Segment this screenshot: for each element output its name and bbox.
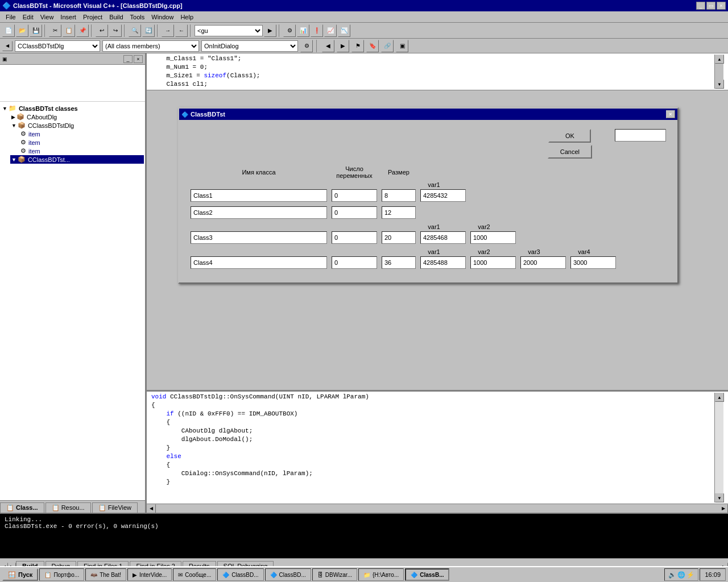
class2-size-input[interactable] xyxy=(382,206,416,219)
undo-btn[interactable]: ↩ xyxy=(96,24,108,37)
class3-name-input[interactable] xyxy=(191,231,327,244)
cancel-button[interactable]: Cancel xyxy=(548,145,592,159)
taskbar-havto[interactable]: 📁 {H:\Авто... xyxy=(358,568,404,581)
redo-btn[interactable]: ↪ xyxy=(109,24,122,37)
close-button[interactable]: × xyxy=(717,2,726,10)
restore-button[interactable]: ▭ xyxy=(706,2,715,10)
members-combo[interactable]: (All class members) xyxy=(102,40,199,52)
open-btn[interactable]: 📂 xyxy=(16,24,28,37)
menu-view[interactable]: View xyxy=(37,13,57,22)
ok-button[interactable]: OK xyxy=(548,129,591,143)
taskbar-dbwizar[interactable]: 🗄 DBWizar... xyxy=(312,568,357,581)
tree-sub-2[interactable]: ⚙ item xyxy=(19,138,144,147)
panel-collapse[interactable]: ▣ xyxy=(2,56,7,62)
paste-btn[interactable]: 📌 xyxy=(76,24,89,37)
menu-insert[interactable]: Insert xyxy=(57,13,80,22)
cut-btn[interactable]: ✂ xyxy=(49,24,61,37)
nav5[interactable]: 🔗 xyxy=(381,40,394,52)
class1-var1-input[interactable] xyxy=(420,189,466,202)
top-vscroll[interactable]: ▲ ▼ xyxy=(714,55,723,89)
tree-sub-3[interactable]: ⚙ item xyxy=(19,147,144,155)
bottom-scroll-up[interactable]: ▲ xyxy=(715,393,724,402)
menu-build[interactable]: Build xyxy=(106,13,126,22)
menu-window[interactable]: Window xyxy=(148,13,177,22)
taskbar-classbd2[interactable]: 🔷 ClassBD... xyxy=(265,568,311,581)
nav3[interactable]: ⚑ xyxy=(351,40,364,52)
minimize-button[interactable]: _ xyxy=(696,2,705,10)
toolbar-combo-gu[interactable]: <gu xyxy=(195,25,263,36)
var4-label-r4: var4 xyxy=(561,248,607,255)
replace-btn[interactable]: 🔄 xyxy=(142,24,155,37)
new-btn[interactable]: 📄 xyxy=(2,24,15,37)
nav2[interactable]: ▶ xyxy=(337,40,349,52)
taskbar-soobsche[interactable]: ✉ Сообще... xyxy=(173,568,216,581)
tree-item-selected[interactable]: ▼ 📦 CClassBDTst... xyxy=(10,155,144,164)
class4-size-input[interactable] xyxy=(382,256,416,269)
class4-var3-input[interactable] xyxy=(520,256,566,269)
save-btn[interactable]: 💾 xyxy=(30,24,42,37)
class1-size-input[interactable] xyxy=(382,189,416,202)
menu-tools[interactable]: Tools xyxy=(127,13,148,22)
menu-help[interactable]: Help xyxy=(177,13,197,22)
taskbar-classbd1[interactable]: 🔷 ClassBD... xyxy=(217,568,263,581)
panel-toggle[interactable]: ◀ xyxy=(2,41,13,51)
nav4[interactable]: 🔖 xyxy=(366,40,379,52)
class2-numvars-input[interactable] xyxy=(332,206,377,219)
tree-sub-1[interactable]: ⚙ item xyxy=(19,130,144,138)
hscroll-right[interactable]: ▶ xyxy=(719,504,728,513)
class-tree[interactable]: ▼ 📁 ClassBDTst classes ▶ 📦 CAboutDlg ▼ 📦… xyxy=(0,102,147,500)
menu-file[interactable]: File xyxy=(2,13,19,22)
tb9[interactable]: ❗ xyxy=(311,24,323,37)
start-button[interactable]: 🪟 Пуск xyxy=(2,568,38,581)
settings-icon[interactable]: ⚙ xyxy=(300,40,313,52)
tree-item-caboutdlg[interactable]: ▶ 📦 CAboutDlg xyxy=(10,113,144,121)
class2-name-input[interactable] xyxy=(191,206,327,219)
class3-size-input[interactable] xyxy=(382,231,416,244)
class4-var2-input[interactable] xyxy=(470,256,516,269)
tab-class[interactable]: 📋 Class... xyxy=(0,502,44,513)
nav6[interactable]: ▣ xyxy=(396,40,408,52)
tb10[interactable]: 📈 xyxy=(324,24,337,37)
bottom-scroll-down[interactable]: ▼ xyxy=(715,493,724,502)
class-combo[interactable]: CClassBDTstDlg xyxy=(15,40,100,52)
go-btn[interactable]: ▶ xyxy=(264,24,276,37)
class3-var1-input[interactable] xyxy=(420,231,466,244)
class4-var1-input[interactable] xyxy=(420,256,466,269)
tab-fileview[interactable]: 📋 FileView xyxy=(92,502,138,513)
tree-item-cclassbdtstdlg[interactable]: ▼ 📦 CClassBDTstDlg xyxy=(10,121,144,130)
class4-var4-input[interactable] xyxy=(570,256,616,269)
nav1[interactable]: ◀ xyxy=(322,40,334,52)
panel-minimize[interactable]: _ xyxy=(123,55,133,63)
taskbar-intervide[interactable]: ▶ InterVide... xyxy=(127,568,172,581)
menu-project[interactable]: Project xyxy=(80,13,106,22)
class3-numvars-input[interactable] xyxy=(332,231,377,244)
find-btn[interactable]: 🔍 xyxy=(129,24,141,37)
dialog-close-button[interactable]: × xyxy=(666,110,675,118)
class4-numvars-input[interactable] xyxy=(332,256,377,269)
outdent-btn[interactable]: ← xyxy=(175,24,188,37)
class3-var2-input[interactable] xyxy=(470,231,516,244)
class1-name-input[interactable] xyxy=(191,189,327,202)
class1-numvars-input[interactable] xyxy=(332,189,377,202)
indent-btn[interactable]: → xyxy=(162,24,174,37)
tb11[interactable]: 📉 xyxy=(338,24,350,37)
tab-resou[interactable]: 📋 Resou... xyxy=(46,502,91,513)
extra-input-field[interactable] xyxy=(615,129,666,142)
scroll-down-btn[interactable]: ▼ xyxy=(715,80,724,89)
scroll-up-btn[interactable]: ▲ xyxy=(715,55,724,64)
method-combo[interactable]: OnInitDialog xyxy=(201,40,298,52)
tb7[interactable]: ⚙ xyxy=(283,24,296,37)
taskbar-classb-active[interactable]: 🔷 ClassB... xyxy=(405,568,449,581)
menu-edit[interactable]: Edit xyxy=(19,13,37,22)
taskbar-thebat[interactable]: 🦇 The Bat! xyxy=(85,568,126,581)
tree-root[interactable]: ▼ 📁 ClassBDTst classes xyxy=(1,104,144,113)
copy-btn[interactable]: 📋 xyxy=(63,24,75,37)
hscroll-left[interactable]: ◀ xyxy=(147,504,156,513)
h-scrollbar[interactable]: ◀ ▶ xyxy=(147,504,728,513)
tb8[interactable]: 📊 xyxy=(297,24,309,37)
taskbar-portfo[interactable]: 📋 Портфо... xyxy=(39,568,84,581)
class4-name-input[interactable] xyxy=(191,256,327,269)
code-bottom-content[interactable]: void CClassBDTstDlg::OnSysCommand(UINT n… xyxy=(151,393,714,502)
bottom-vscroll[interactable]: ▲ ▼ xyxy=(714,393,723,502)
panel-close[interactable]: × xyxy=(134,55,143,63)
